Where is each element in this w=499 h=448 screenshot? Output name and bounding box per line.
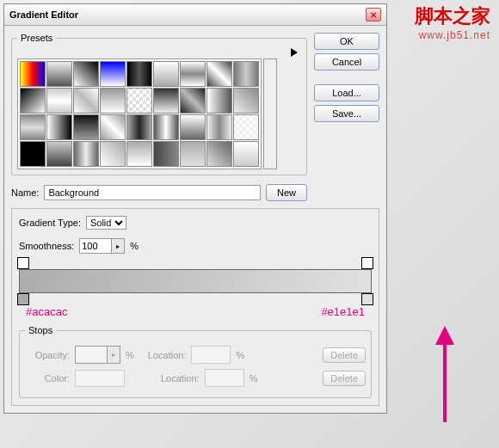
titlebar[interactable]: Gradient Editor ✕ <box>4 4 386 26</box>
color-swatch <box>75 370 125 387</box>
preset-swatch[interactable] <box>180 114 206 140</box>
presets-menu-icon[interactable] <box>291 48 298 57</box>
smoothness-stepper[interactable]: ▸ <box>79 238 125 254</box>
preset-swatch[interactable] <box>153 114 179 140</box>
preset-swatch[interactable] <box>20 141 46 167</box>
gradient-type-select[interactable]: Solid <box>86 216 126 230</box>
close-button[interactable]: ✕ <box>366 8 381 21</box>
preset-swatch[interactable] <box>153 141 179 167</box>
gradient-editor-dialog: Gradient Editor ✕ Presets Name: New OK C… <box>3 3 387 414</box>
preset-swatch[interactable] <box>126 141 152 167</box>
watermark-url: www.jb51.net <box>415 29 490 41</box>
preset-swatch[interactable] <box>206 141 232 167</box>
color-stop-right[interactable] <box>361 293 373 305</box>
hex-annotations: #acacac #e1e1e1 <box>19 305 372 318</box>
preset-swatch[interactable] <box>153 61 179 87</box>
opacity-unit: % <box>126 350 134 360</box>
preset-swatch[interactable] <box>180 61 206 87</box>
preset-swatch[interactable] <box>180 141 206 167</box>
preset-swatch[interactable] <box>46 114 72 140</box>
watermark-title: 脚本之家 <box>415 3 490 29</box>
presets-scrollbar[interactable] <box>263 58 277 169</box>
preset-swatch[interactable] <box>233 114 259 140</box>
opacity-input <box>76 347 107 363</box>
presets-fieldset: Presets <box>11 33 307 175</box>
stops-legend: Stops <box>25 325 56 335</box>
preset-swatch[interactable] <box>100 141 126 167</box>
location-unit-2: % <box>250 373 258 384</box>
preset-swatch[interactable] <box>126 88 152 114</box>
preset-swatch[interactable] <box>20 88 46 114</box>
stops-fieldset: Stops Opacity: ▸ % Location: % Delete Co… <box>19 325 372 398</box>
annotation-arrow <box>435 326 454 422</box>
delete-opacity-button: Delete <box>323 347 366 363</box>
watermark: 脚本之家 www.jb51.net <box>415 3 490 41</box>
gradient-settings: Gradient Type: Solid Smoothness: ▸ % #ac… <box>11 208 379 406</box>
gradient-preview-area <box>19 269 372 293</box>
location-unit: % <box>236 350 244 360</box>
location-label: Location: <box>148 350 187 360</box>
load-button[interactable]: Load... <box>314 84 379 101</box>
opacity-stop-left[interactable] <box>17 257 29 269</box>
location-label-2: Location: <box>161 373 200 384</box>
preset-swatch[interactable] <box>100 114 126 140</box>
arrow-up-icon <box>435 326 454 345</box>
opacity-label: Opacity: <box>25 350 70 360</box>
preset-swatch[interactable] <box>73 61 99 87</box>
preset-swatch[interactable] <box>126 114 152 140</box>
new-button[interactable]: New <box>266 184 307 201</box>
preset-swatch[interactable] <box>20 114 46 140</box>
preset-swatch[interactable] <box>206 114 232 140</box>
preset-swatch[interactable] <box>73 114 99 140</box>
chevron-right-icon: ▸ <box>107 347 120 363</box>
preset-swatch[interactable] <box>73 88 99 114</box>
cancel-button[interactable]: Cancel <box>314 53 379 71</box>
ok-button[interactable]: OK <box>314 33 379 50</box>
color-stop-left[interactable] <box>17 293 29 305</box>
preset-swatch[interactable] <box>126 61 152 87</box>
preset-swatch[interactable] <box>100 88 126 114</box>
gradient-bar[interactable] <box>19 269 372 293</box>
hex-right: #e1e1e1 <box>321 305 365 318</box>
smoothness-label: Smoothness: <box>19 241 74 251</box>
opacity-stop-right[interactable] <box>361 257 373 269</box>
preset-swatch[interactable] <box>153 88 179 114</box>
preset-swatch[interactable] <box>233 141 259 167</box>
presets-legend: Presets <box>17 33 56 43</box>
opacity-stepper: ▸ <box>75 346 120 364</box>
preset-swatch[interactable] <box>100 61 126 87</box>
smoothness-unit: % <box>130 241 139 251</box>
preset-swatch[interactable] <box>20 61 46 87</box>
delete-color-button: Delete <box>323 371 366 386</box>
preset-swatch[interactable] <box>46 141 72 167</box>
presets-grid <box>17 58 262 169</box>
preset-swatch[interactable] <box>73 141 99 167</box>
save-button[interactable]: Save... <box>314 105 379 122</box>
preset-swatch[interactable] <box>206 88 232 114</box>
preset-swatch[interactable] <box>180 88 206 114</box>
preset-swatch[interactable] <box>233 88 259 114</box>
preset-swatch[interactable] <box>46 88 72 114</box>
preset-swatch[interactable] <box>46 61 72 87</box>
smoothness-input[interactable] <box>80 239 111 253</box>
hex-left: #acacac <box>26 305 67 318</box>
opacity-location-input <box>191 346 231 364</box>
gradient-type-label: Gradient Type: <box>19 218 81 228</box>
preset-swatch[interactable] <box>206 61 232 87</box>
close-icon: ✕ <box>370 10 377 20</box>
dialog-title: Gradient Editor <box>9 9 78 20</box>
name-label: Name: <box>11 187 39 198</box>
chevron-right-icon[interactable]: ▸ <box>111 239 124 253</box>
color-label: Color: <box>25 373 70 384</box>
name-input[interactable] <box>44 185 261 200</box>
color-location-input <box>205 369 244 387</box>
preset-swatch[interactable] <box>233 61 259 87</box>
